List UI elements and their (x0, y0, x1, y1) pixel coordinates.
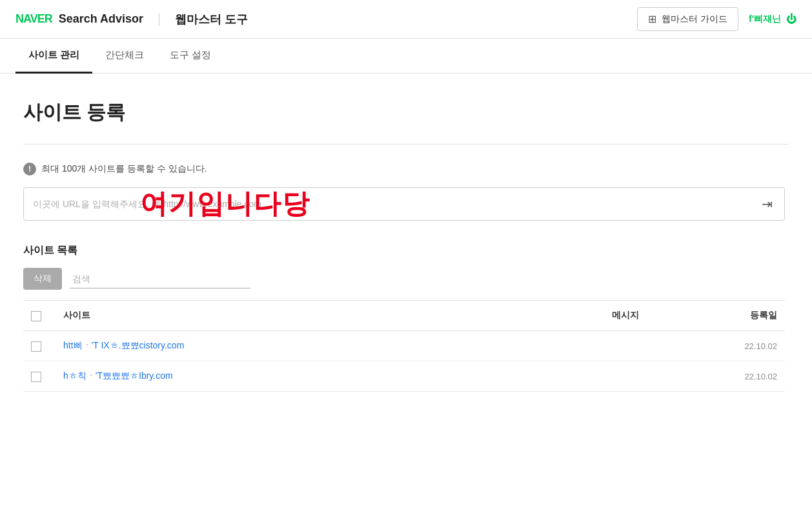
select-all-checkbox[interactable] (31, 311, 41, 321)
header-message-col: 메시지 (604, 301, 701, 331)
tool-title: 웹마스터 도구 (175, 12, 248, 27)
table-header-row: 사이트 메시지 등록일 (23, 301, 785, 331)
url-input[interactable] (33, 199, 759, 209)
section-divider (23, 144, 789, 145)
header-divider (159, 13, 159, 26)
main-content: 사이트 등록 ! 최대 100개 사이트를 등록할 수 있습니다. 여기입니다당… (0, 74, 812, 418)
row1-date-cell: 22.10.02 (701, 331, 785, 361)
row1-site-cell: htt삐ㆍ'T IXㅎ.뾰뾰cistory.com (56, 331, 604, 361)
row2-site-cell: hㅎ칙ㆍ'T뾰뾰뾰ㅎIbry.com (56, 361, 604, 392)
row1-site-link[interactable]: htt삐ㆍ'T IXㅎ.뾰뾰cistory.com (63, 340, 184, 350)
row1-checkbox-cell (23, 331, 56, 361)
header-checkbox-col (23, 301, 56, 331)
table-row: hㅎ칙ㆍ'T뾰뾰뾰ㅎIbry.com 22.10.02 (23, 361, 785, 392)
row2-date: 22.10.02 (744, 372, 777, 381)
header-logo: NAVER Search Advisor 웹마스터 도구 (15, 12, 248, 27)
site-table: 사이트 메시지 등록일 htt삐ㆍ'T IXㅎ.뾰뾰cistory.com 22… (23, 300, 785, 392)
list-toolbar: 삭제 (23, 268, 789, 290)
info-text: 최대 100개 사이트를 등록할 수 있습니다. (41, 163, 207, 175)
header-date-col: 등록일 (701, 301, 785, 331)
row2-site-link[interactable]: hㅎ칙ㆍ'T뾰뾰뾰ㅎIbry.com (63, 370, 173, 381)
row1-date: 22.10.02 (744, 341, 777, 351)
header-right: ⊞ 웹마스터 가이드 f'삐쟤닌 ⏻ (637, 7, 797, 31)
tab-quick-check[interactable]: 간단체크 (92, 39, 157, 74)
url-input-wrapper: 여기입니다당 ⇥ (23, 187, 785, 221)
page-title: 사이트 등록 (23, 99, 789, 126)
user-id: f'삐쟤닌 (749, 14, 781, 25)
row2-message-cell (604, 361, 701, 392)
screen-icon: ⊞ (648, 13, 656, 25)
app-title: Search Advisor (59, 12, 143, 26)
nav-tabs: 사이트 관리 간단체크 도구 설정 (0, 39, 812, 74)
delete-button[interactable]: 삭제 (23, 268, 62, 290)
guide-btn-label: 웹마스터 가이드 (662, 14, 727, 25)
tab-tool-settings[interactable]: 도구 설정 (157, 39, 224, 74)
table-row: htt삐ㆍ'T IXㅎ.뾰뾰cistory.com 22.10.02 (23, 331, 785, 361)
tab-site-manage[interactable]: 사이트 관리 (15, 39, 92, 74)
naver-logo: NAVER (15, 12, 52, 26)
user-info: f'삐쟤닌 ⏻ (749, 14, 797, 25)
search-input[interactable] (70, 270, 250, 288)
header: NAVER Search Advisor 웹마스터 도구 ⊞ 웹마스터 가이드 … (0, 0, 812, 39)
row1-message-cell (604, 331, 701, 361)
header-site-col: 사이트 (56, 301, 604, 331)
row2-checkbox[interactable] (31, 372, 41, 382)
webmaster-guide-button[interactable]: ⊞ 웹마스터 가이드 (637, 7, 738, 31)
url-submit-button[interactable]: ⇥ (759, 194, 775, 214)
row1-checkbox[interactable] (31, 341, 41, 352)
info-notice: ! 최대 100개 사이트를 등록할 수 있습니다. (23, 163, 789, 176)
row2-date-cell: 22.10.02 (701, 361, 785, 392)
row2-checkbox-cell (23, 361, 56, 392)
power-icon[interactable]: ⏻ (786, 14, 797, 25)
info-icon: ! (23, 163, 36, 176)
site-list-title: 사이트 목록 (23, 244, 789, 257)
